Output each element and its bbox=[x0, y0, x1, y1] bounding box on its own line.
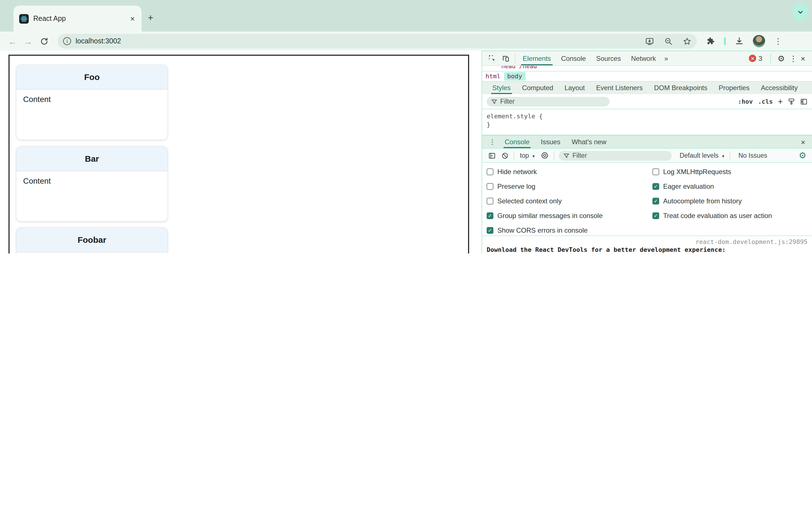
devtools-tab-console[interactable]: Console bbox=[556, 51, 591, 65]
styles-filter-input[interactable]: Filter bbox=[487, 97, 610, 106]
breadcrumb-body[interactable]: body bbox=[504, 72, 525, 80]
error-badge-icon[interactable]: ✕ bbox=[749, 55, 756, 62]
drawer-tab-issues[interactable]: Issues bbox=[535, 136, 566, 148]
console-setting: ✓Show CORS errors in console bbox=[487, 223, 603, 238]
install-app-icon[interactable] bbox=[645, 37, 654, 46]
forward-icon[interactable]: → bbox=[21, 36, 35, 46]
setting-label: Hide network bbox=[497, 168, 537, 176]
devtools-panel: ElementsConsoleSourcesNetwork » ✕ 3 ⚙ ⋮ … bbox=[481, 51, 812, 253]
setting-label: Eager evaluation bbox=[663, 182, 714, 190]
styles-filter-placeholder: Filter bbox=[500, 98, 515, 105]
message-source[interactable]: react-dom.development.js:29895 bbox=[492, 238, 808, 246]
card-header[interactable]: Foobar bbox=[16, 228, 167, 252]
card-foo[interactable]: Foo Content bbox=[16, 65, 167, 140]
new-style-rule-icon[interactable]: + bbox=[778, 97, 783, 106]
extensions-puzzle-icon[interactable] bbox=[706, 37, 715, 46]
card-foobar[interactable]: Foobar Content bbox=[16, 228, 167, 253]
subtab-event-listeners[interactable]: Event Listeners bbox=[591, 82, 648, 94]
toolbar-divider bbox=[724, 37, 726, 45]
cls-toggle[interactable]: .cls bbox=[758, 98, 773, 105]
subtab-layout[interactable]: Layout bbox=[559, 82, 591, 94]
dock-panel-icon[interactable] bbox=[800, 98, 808, 105]
console-message-info[interactable]: react-dom.development.js:29895Download t… bbox=[482, 236, 812, 253]
devtools-tabs: ElementsConsoleSourcesNetwork bbox=[518, 51, 661, 65]
console-toolbar: top ▾ Filter Default levels ▾ No Issues … bbox=[482, 148, 812, 163]
context-selector[interactable]: top ▾ bbox=[520, 152, 535, 159]
console-settings-gear-icon[interactable]: ⚙ bbox=[799, 151, 806, 161]
devtools-tab-sources[interactable]: Sources bbox=[591, 51, 626, 65]
console-setting: Hide network bbox=[487, 165, 603, 179]
bookmark-star-icon[interactable] bbox=[683, 37, 691, 45]
devtools-settings-gear-icon[interactable]: ⚙ bbox=[777, 54, 785, 63]
site-info-icon[interactable]: i bbox=[63, 37, 71, 45]
back-icon[interactable]: ← bbox=[6, 36, 19, 46]
profile-avatar[interactable] bbox=[753, 35, 765, 47]
card-header[interactable]: Foo bbox=[16, 65, 167, 90]
list-container: Foo Content Bar Content Foobar Content bbox=[8, 55, 469, 253]
subtab-dom-breakpoints[interactable]: DOM Breakpoints bbox=[649, 82, 713, 94]
live-expression-eye-icon[interactable] bbox=[541, 152, 549, 159]
console-setting: ✓Autocomplete from history bbox=[652, 194, 772, 209]
browser-toolbar: ← → i localhost:3002 bbox=[0, 32, 812, 51]
new-tab-button[interactable]: + bbox=[148, 12, 153, 24]
console-filter-input[interactable]: Filter bbox=[559, 151, 672, 160]
setting-label: Group similar messages in console bbox=[497, 212, 603, 220]
clear-console-icon[interactable] bbox=[501, 152, 509, 159]
address-bar[interactable]: i localhost:3002 bbox=[57, 34, 697, 48]
dropdown-caret-icon: ▾ bbox=[532, 154, 535, 159]
drawer-menu-kebab-icon[interactable]: ⋮ bbox=[489, 138, 496, 146]
card-body: Content bbox=[16, 90, 167, 109]
checkbox-checked[interactable]: ✓ bbox=[487, 212, 493, 219]
url-text[interactable]: localhost:3002 bbox=[75, 37, 635, 45]
checkbox-checked[interactable]: ✓ bbox=[652, 183, 659, 190]
browser-menu-kebab-icon[interactable]: ⋮ bbox=[774, 37, 782, 46]
subtab-accessibility[interactable]: Accessibility bbox=[755, 82, 803, 94]
devtools-tab-network[interactable]: Network bbox=[626, 51, 661, 65]
console-setting: ✓Treat code evaluation as user action bbox=[652, 209, 772, 223]
devtools-menu-kebab-icon[interactable]: ⋮ bbox=[790, 54, 797, 63]
checkbox-checked[interactable]: ✓ bbox=[652, 212, 659, 219]
card-title: Foo bbox=[84, 72, 100, 82]
log-levels-selector[interactable]: Default levels ▾ bbox=[679, 152, 724, 159]
subtab-computed[interactable]: Computed bbox=[516, 82, 559, 94]
checkbox-unchecked[interactable] bbox=[487, 168, 493, 175]
setting-label: Log XMLHttpRequests bbox=[663, 168, 731, 176]
browser-tab[interactable]: React App × bbox=[13, 6, 142, 32]
downloads-icon[interactable] bbox=[735, 37, 744, 46]
tab-close-icon[interactable]: × bbox=[129, 14, 136, 23]
toolbar-separator bbox=[554, 151, 554, 160]
error-count[interactable]: 3 bbox=[758, 54, 762, 62]
drawer-close-icon[interactable]: × bbox=[798, 138, 809, 146]
issues-counter[interactable]: No Issues bbox=[739, 152, 767, 159]
dom-tree-clipped-row[interactable]: head /head bbox=[482, 66, 812, 71]
card-bar[interactable]: Bar Content bbox=[16, 147, 167, 221]
devtools-tab-elements[interactable]: Elements bbox=[518, 51, 556, 65]
console-setting: Preserve log bbox=[487, 179, 603, 194]
card-header[interactable]: Bar bbox=[16, 147, 167, 171]
console-setting: ✓Eager evaluation bbox=[652, 179, 772, 194]
reload-icon[interactable] bbox=[37, 37, 51, 45]
checkbox-checked[interactable]: ✓ bbox=[487, 227, 493, 234]
element-style-rule[interactable]: element.style { } bbox=[482, 109, 812, 135]
devtools-close-icon[interactable]: × bbox=[801, 54, 805, 63]
checkbox-unchecked[interactable] bbox=[487, 183, 493, 190]
device-toolbar-icon[interactable] bbox=[502, 54, 510, 62]
console-sidebar-icon[interactable] bbox=[488, 152, 496, 159]
breadcrumb-html[interactable]: html bbox=[482, 72, 504, 80]
subtab-styles[interactable]: Styles bbox=[487, 82, 516, 94]
subtab-properties[interactable]: Properties bbox=[713, 82, 755, 94]
drawer-tab-what-s-new[interactable]: What's new bbox=[566, 136, 612, 148]
checkbox-unchecked[interactable] bbox=[652, 168, 659, 175]
rendering-brush-icon[interactable] bbox=[788, 98, 795, 105]
drawer-tab-console[interactable]: Console bbox=[499, 136, 535, 148]
react-favicon bbox=[19, 14, 29, 23]
checkbox-checked[interactable]: ✓ bbox=[652, 198, 659, 205]
checkbox-unchecked[interactable] bbox=[487, 198, 493, 205]
inspect-element-icon[interactable] bbox=[488, 54, 496, 62]
toolbar-separator bbox=[515, 54, 515, 63]
more-tabs-icon[interactable]: » bbox=[661, 54, 671, 62]
window-chevron-button[interactable] bbox=[793, 3, 808, 20]
hov-toggle[interactable]: :hov bbox=[738, 98, 753, 105]
zoom-out-icon[interactable] bbox=[664, 37, 673, 45]
console-messages: react-dom.development.js:29895Download t… bbox=[482, 236, 812, 253]
